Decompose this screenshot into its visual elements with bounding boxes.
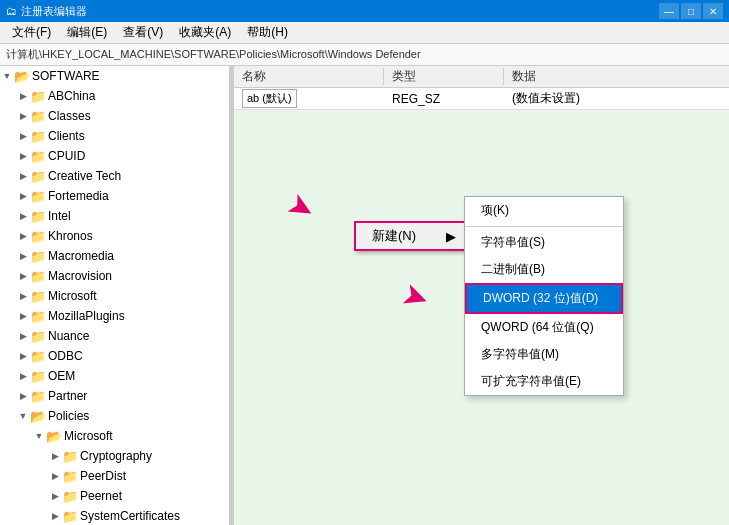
- tree-label-partner: Partner: [46, 389, 87, 403]
- tree-expander-khronos[interactable]: ▶: [16, 231, 30, 241]
- tree-item-systemcerts[interactable]: ▶📁SystemCertificates: [0, 506, 229, 525]
- tree-expander-intel[interactable]: ▶: [16, 211, 30, 221]
- tree-label-abchina: ABChina: [46, 89, 95, 103]
- tree-item-fortemedia[interactable]: ▶📁Fortemedia: [0, 186, 229, 206]
- tree-label-oem: OEM: [46, 369, 75, 383]
- tree-expander-abchina[interactable]: ▶: [16, 91, 30, 101]
- tree-item-macromedia[interactable]: ▶📁Macromedia: [0, 246, 229, 266]
- menu-item-v[interactable]: 查看(V): [115, 22, 171, 43]
- tree-item-creativetech[interactable]: ▶📁Creative Tech: [0, 166, 229, 186]
- folder-icon-microsoft: 📁: [30, 288, 46, 304]
- tree-expander-mozillaplugins[interactable]: ▶: [16, 311, 30, 321]
- tree-label-clients: Clients: [46, 129, 85, 143]
- tree-expander-cpuid[interactable]: ▶: [16, 151, 30, 161]
- col-header-type: 类型: [384, 68, 504, 85]
- arrow-2: ➤: [399, 278, 432, 317]
- tree-expander-classes[interactable]: ▶: [16, 111, 30, 121]
- folder-icon-oem: 📁: [30, 368, 46, 384]
- new-menu-arrow: ▶: [446, 229, 456, 244]
- tree-label-odbc: ODBC: [46, 349, 83, 363]
- tree-expander-software[interactable]: ▼: [0, 71, 14, 81]
- ctx-item-5[interactable]: QWORD (64 位值(Q): [465, 314, 623, 341]
- new-menu-label: 新建(N): [372, 227, 416, 245]
- folder-icon-nuance: 📁: [30, 328, 46, 344]
- folder-icon-clients: 📁: [30, 128, 46, 144]
- menu-item-f[interactable]: 文件(F): [4, 22, 59, 43]
- ctx-item-3[interactable]: 二进制值(B): [465, 256, 623, 283]
- folder-icon-peernet: 📁: [62, 488, 78, 504]
- tree-expander-macromedia[interactable]: ▶: [16, 251, 30, 261]
- ctx-item-6[interactable]: 多字符串值(M): [465, 341, 623, 368]
- folder-icon-peerdist: 📁: [62, 468, 78, 484]
- tree-item-abchina[interactable]: ▶📁ABChina: [0, 86, 229, 106]
- tree-expander-systemcerts[interactable]: ▶: [48, 511, 62, 521]
- tree-expander-creativetech[interactable]: ▶: [16, 171, 30, 181]
- folder-icon-macrovision: 📁: [30, 268, 46, 284]
- tree-item-clients[interactable]: ▶📁Clients: [0, 126, 229, 146]
- folder-icon-abchina: 📁: [30, 88, 46, 104]
- tree-label-peernet: Peernet: [78, 489, 122, 503]
- tree-item-classes[interactable]: ▶📁Classes: [0, 106, 229, 126]
- ctx-item-4[interactable]: DWORD (32 位)值(D): [465, 283, 623, 314]
- minimize-button[interactable]: —: [659, 3, 679, 19]
- tree-expander-partner[interactable]: ▶: [16, 391, 30, 401]
- tree-expander-cryptography[interactable]: ▶: [48, 451, 62, 461]
- tree-item-macrovision[interactable]: ▶📁Macrovision: [0, 266, 229, 286]
- tree-expander-peerdist[interactable]: ▶: [48, 471, 62, 481]
- menu-item-e[interactable]: 编辑(E): [59, 22, 115, 43]
- tree-label-systemcerts: SystemCertificates: [78, 509, 180, 523]
- tree-item-odbc[interactable]: ▶📁ODBC: [0, 346, 229, 366]
- tree-expander-macrovision[interactable]: ▶: [16, 271, 30, 281]
- tree-expander-oem[interactable]: ▶: [16, 371, 30, 381]
- menu-item-h[interactable]: 帮助(H): [239, 22, 296, 43]
- tree-item-cpuid[interactable]: ▶📁CPUID: [0, 146, 229, 166]
- ctx-item-7[interactable]: 可扩充字符串值(E): [465, 368, 623, 395]
- tree-item-software[interactable]: ▼📂SOFTWARE: [0, 66, 229, 86]
- main-container: ▼📂SOFTWARE▶📁ABChina▶📁Classes▶📁Clients▶📁C…: [0, 66, 729, 525]
- table-row[interactable]: ab (默认) REG_SZ (数值未设置): [234, 88, 729, 110]
- tree-expander-odbc[interactable]: ▶: [16, 351, 30, 361]
- row-data: (数值未设置): [504, 90, 729, 107]
- table-header: 名称 类型 数据: [234, 66, 729, 88]
- tree-item-partner[interactable]: ▶📁Partner: [0, 386, 229, 406]
- tree-expander-peernet[interactable]: ▶: [48, 491, 62, 501]
- tree-item-khronos[interactable]: ▶📁Khronos: [0, 226, 229, 246]
- tree-label-cryptography: Cryptography: [78, 449, 152, 463]
- title-bar-controls: — □ ✕: [659, 3, 723, 19]
- tree-label-cpuid: CPUID: [46, 149, 85, 163]
- close-button[interactable]: ✕: [703, 3, 723, 19]
- tree-item-peernet[interactable]: ▶📁Peernet: [0, 486, 229, 506]
- menu-item-a[interactable]: 收藏夹(A): [171, 22, 239, 43]
- tree-item-cryptography[interactable]: ▶📁Cryptography: [0, 446, 229, 466]
- col-header-data: 数据: [504, 68, 729, 85]
- tree-expander-nuance[interactable]: ▶: [16, 331, 30, 341]
- folder-icon-software: 📂: [14, 68, 30, 84]
- new-menu-button[interactable]: 新建(N) ▶: [354, 221, 474, 251]
- tree-item-policies[interactable]: ▼📂Policies: [0, 406, 229, 426]
- tree-expander-clients[interactable]: ▶: [16, 131, 30, 141]
- tree-item-peerdist[interactable]: ▶📁PeerDist: [0, 466, 229, 486]
- tree-item-pol-microsoft[interactable]: ▼📂Microsoft: [0, 426, 229, 446]
- tree-expander-policies[interactable]: ▼: [16, 411, 30, 421]
- tree-item-mozillaplugins[interactable]: ▶📁MozillaPlugins: [0, 306, 229, 326]
- tree-panel[interactable]: ▼📂SOFTWARE▶📁ABChina▶📁Classes▶📁Clients▶📁C…: [0, 66, 230, 525]
- tree-expander-microsoft[interactable]: ▶: [16, 291, 30, 301]
- tree-item-oem[interactable]: ▶📁OEM: [0, 366, 229, 386]
- tree-expander-pol-microsoft[interactable]: ▼: [32, 431, 46, 441]
- ctx-divider-1: [465, 226, 623, 227]
- tree-label-pol-microsoft: Microsoft: [62, 429, 113, 443]
- maximize-button[interactable]: □: [681, 3, 701, 19]
- tree-expander-fortemedia[interactable]: ▶: [16, 191, 30, 201]
- tree-item-microsoft[interactable]: ▶📁Microsoft: [0, 286, 229, 306]
- ctx-item-2[interactable]: 字符串值(S): [465, 229, 623, 256]
- folder-icon-pol-microsoft: 📂: [46, 428, 62, 444]
- folder-icon-systemcerts: 📁: [62, 508, 78, 524]
- ctx-item-0[interactable]: 项(K): [465, 197, 623, 224]
- tree-item-intel[interactable]: ▶📁Intel: [0, 206, 229, 226]
- folder-icon-classes: 📁: [30, 108, 46, 124]
- folder-icon-cryptography: 📁: [62, 448, 78, 464]
- folder-icon-cpuid: 📁: [30, 148, 46, 164]
- folder-icon-macromedia: 📁: [30, 248, 46, 264]
- tree-label-nuance: Nuance: [46, 329, 89, 343]
- tree-item-nuance[interactable]: ▶📁Nuance: [0, 326, 229, 346]
